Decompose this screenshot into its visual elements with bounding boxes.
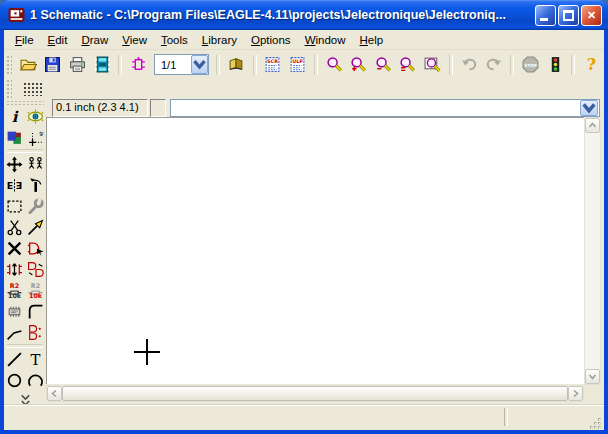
undo-button[interactable] <box>458 53 481 76</box>
info-tool-button[interactable]: i <box>4 106 25 127</box>
print-button[interactable] <box>66 53 89 76</box>
switch-to-board-button[interactable] <box>127 53 150 76</box>
show-tool-button[interactable] <box>25 106 46 127</box>
palette-row <box>4 238 46 259</box>
maximize-button[interactable] <box>558 5 579 26</box>
schematic-canvas[interactable] <box>46 117 584 384</box>
wire-icon <box>6 351 23 368</box>
save-button[interactable] <box>42 53 65 76</box>
parameter-toolbar-drag-handle[interactable] <box>6 79 12 99</box>
palette-row <box>4 259 46 280</box>
miter-tool-button[interactable] <box>25 301 46 322</box>
mark-tool-button[interactable]: 9° <box>25 127 46 148</box>
mirror-tool-button[interactable]: EE <box>4 175 25 196</box>
command-input[interactable] <box>170 99 600 117</box>
miter-icon <box>27 303 44 320</box>
toolbar-separator <box>216 55 220 75</box>
toolbar-drag-handle[interactable] <box>6 55 12 75</box>
paste-tool-button[interactable] <box>25 217 46 238</box>
run-script-button[interactable]: SCR <box>262 53 285 76</box>
zoom-select-button[interactable] <box>397 53 420 76</box>
display-tool-button[interactable] <box>4 127 25 148</box>
menu-window[interactable]: Window <box>298 32 353 48</box>
arc-tool-button[interactable] <box>25 370 46 391</box>
undo-icon <box>461 56 478 73</box>
command-dropdown-arrow[interactable] <box>580 100 598 116</box>
zoom-in-button[interactable] <box>347 53 370 76</box>
palette-row: 9° <box>4 127 46 148</box>
resize-grip[interactable] <box>589 416 602 429</box>
toolbar-separator <box>314 55 318 75</box>
scroll-down-button[interactable] <box>585 369 600 384</box>
scroll-left-button[interactable] <box>47 386 62 401</box>
sheet-selector-value: 1/1 <box>155 59 191 71</box>
title-bar[interactable]: 1 Schematic - C:\Program Files\EAGLE-4.1… <box>0 0 608 30</box>
scroll-up-button[interactable] <box>585 118 600 133</box>
action-toolbar: 1/1SCRULPSTOP? <box>4 51 604 78</box>
scroll-right-button[interactable] <box>568 386 583 401</box>
value-tool-button[interactable]: R210k <box>25 280 46 301</box>
text-tool-button[interactable]: T <box>25 349 46 370</box>
sheet-selector[interactable]: 1/1 <box>154 54 209 75</box>
palette-row <box>4 301 46 322</box>
add-tool-button[interactable] <box>25 238 46 259</box>
coordinate-aux-box <box>150 99 166 117</box>
palette-row <box>4 322 46 343</box>
menu-options[interactable]: Options <box>244 32 298 48</box>
horizontal-scrollbar[interactable] <box>46 385 584 402</box>
rotate-tool-button[interactable] <box>25 175 46 196</box>
change-tool-button[interactable] <box>25 196 46 217</box>
zoom-out-button[interactable] <box>372 53 395 76</box>
menu-help[interactable]: Help <box>353 32 391 48</box>
vertical-scrollbar[interactable] <box>584 117 601 385</box>
help-button[interactable]: ? <box>580 53 603 76</box>
palette-row: T <box>4 349 46 370</box>
zoom-redraw-button[interactable] <box>421 53 444 76</box>
menu-draw[interactable]: Draw <box>74 32 115 48</box>
zoom-fit-button[interactable] <box>323 53 346 76</box>
cut-tool-button[interactable] <box>4 217 25 238</box>
svg-text:E: E <box>16 180 23 191</box>
smash-tool-button[interactable] <box>4 301 25 322</box>
gateswap-tool-button[interactable] <box>25 259 46 280</box>
svg-text:E: E <box>7 180 14 191</box>
text-icon: T <box>27 351 44 368</box>
delete-tool-button[interactable] <box>4 238 25 259</box>
redo-button[interactable] <box>483 53 506 76</box>
menu-tools[interactable]: Tools <box>154 32 195 48</box>
move-icon <box>6 156 23 173</box>
move-tool-button[interactable] <box>4 154 25 175</box>
group-icon <box>6 198 23 215</box>
invoke-tool-button[interactable] <box>25 322 46 343</box>
save-icon <box>44 56 61 73</box>
pinswap-tool-button[interactable] <box>4 259 25 280</box>
menu-view[interactable]: View <box>115 32 154 48</box>
sheet-dropdown-arrow[interactable] <box>191 55 208 74</box>
minimize-button[interactable] <box>535 5 556 26</box>
delete-icon <box>6 240 23 257</box>
scrollbar-thumb[interactable] <box>62 386 568 401</box>
use-library-button[interactable] <box>225 53 248 76</box>
invoke-icon <box>27 324 44 341</box>
menu-edit[interactable]: Edit <box>41 32 75 48</box>
name-tool-button[interactable]: R210k <box>4 280 25 301</box>
copy-tool-button[interactable] <box>25 154 46 175</box>
wire-tool-button[interactable] <box>4 349 25 370</box>
eagle-app-icon[interactable] <box>8 7 25 24</box>
cam-processor-button[interactable] <box>91 53 114 76</box>
palette-row <box>4 196 46 217</box>
close-button[interactable]: ✕ <box>581 5 602 26</box>
circle-tool-button[interactable] <box>4 370 25 391</box>
svg-text:R2: R2 <box>31 282 40 290</box>
menu-library[interactable]: Library <box>195 32 244 48</box>
stop-button[interactable]: STOP <box>519 53 542 76</box>
menu-file[interactable]: File <box>8 32 41 48</box>
grid-button[interactable] <box>20 80 46 98</box>
palette-row <box>4 217 46 238</box>
group-tool-button[interactable] <box>4 196 25 217</box>
open-button[interactable] <box>17 53 40 76</box>
go-button[interactable] <box>544 53 567 76</box>
split-tool-button[interactable] <box>4 322 25 343</box>
chevron-down-icon <box>588 372 597 381</box>
run-ulp-button[interactable]: ULP <box>286 53 309 76</box>
